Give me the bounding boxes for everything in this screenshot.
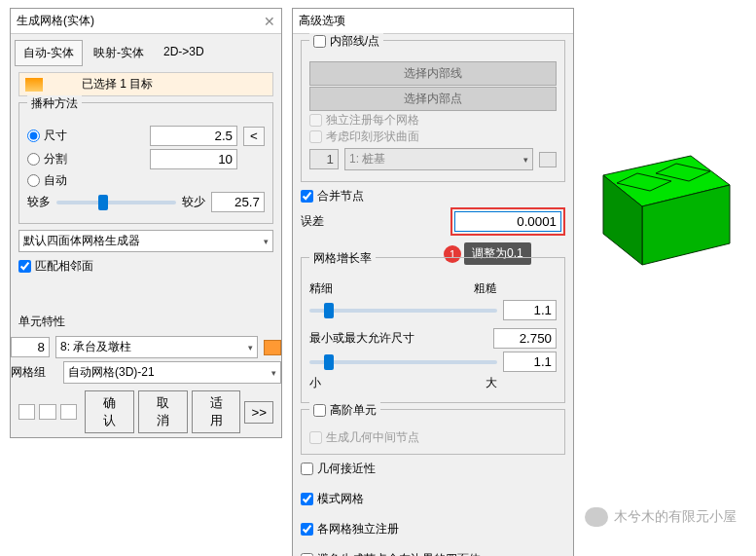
arrow-right-icon <box>25 78 43 92</box>
highorder-fieldset: 高阶单元 生成几何中间节点 <box>301 409 565 455</box>
model-viewport <box>584 117 739 292</box>
error-input[interactable] <box>454 211 561 232</box>
error-highlight <box>450 207 565 236</box>
error-label: 误差 <box>301 213 340 230</box>
unit-select[interactable]: 8: 承台及墩柱▾ <box>55 336 258 358</box>
book-icon[interactable] <box>264 340 281 355</box>
small-label: 小 <box>309 375 321 391</box>
watermark-text: 木兮木的有限元小屋 <box>614 508 737 526</box>
match-checkbox[interactable]: 匹配相邻面 <box>18 258 273 275</box>
division-input[interactable] <box>150 149 237 169</box>
size-input[interactable] <box>150 126 237 146</box>
midnode-checkbox[interactable]: 生成几何中间节点 <box>309 429 557 446</box>
select-inner-point-button[interactable]: 选择内部点 <box>309 87 557 111</box>
mesh-dialog: 生成网格(实体) ✕ 自动-实体 映射-实体 2D->3D 已选择 1 目标 播… <box>10 8 282 438</box>
seed-legend: 播种方法 <box>27 95 82 112</box>
tab-2d-3d[interactable]: 2D->3D <box>155 40 213 66</box>
tab-auto-solid[interactable]: 自动-实体 <box>15 40 83 66</box>
large-label: 大 <box>486 375 497 391</box>
seed-fieldset: 播种方法 尺寸 < 分割 自动 较多 较少 <box>18 102 273 224</box>
wechat-icon <box>585 507 608 527</box>
chevron-down-icon: ▾ <box>271 368 276 378</box>
mesh-indep-checkbox[interactable]: 各网格独立注册 <box>301 521 565 537</box>
growth-input[interactable] <box>503 300 557 320</box>
inner-checkbox[interactable]: 内部线/点 <box>313 33 379 50</box>
expand-button[interactable]: >> <box>244 401 273 424</box>
radio-size[interactable]: 尺寸 <box>27 128 67 144</box>
growth-legend: 网格增长率 <box>309 250 376 267</box>
close-icon[interactable]: ✕ <box>264 14 275 29</box>
titlebar: 高级选项 <box>293 9 573 34</box>
titlebar: 生成网格(实体) ✕ <box>11 9 281 34</box>
set-select: 1: 桩基▾ <box>344 148 533 170</box>
book-icon <box>539 152 557 167</box>
more-label: 较多 <box>27 194 51 210</box>
chevron-down-icon: ▾ <box>264 237 269 246</box>
watermark: 木兮木的有限元小屋 <box>585 507 737 527</box>
unit-row: 单元特性 <box>18 314 273 330</box>
help-icon[interactable] <box>60 404 77 420</box>
growth-fieldset: 网格增长率 精细 粗糙 最小或最大允许尺寸 小 大 <box>301 257 565 403</box>
less-than-button[interactable]: < <box>243 127 265 146</box>
unit-label: 单元特性 <box>18 315 65 328</box>
radio-auto[interactable]: 自动 <box>27 172 67 189</box>
pattern-mesh-checkbox[interactable]: 模式网格 <box>301 491 565 507</box>
tab-map-solid[interactable]: 映射-实体 <box>85 40 153 66</box>
selection-text: 已选择 1 目标 <box>82 76 153 93</box>
geom-prox-checkbox[interactable]: 几何接近性 <box>301 461 565 477</box>
select-inner-line-button[interactable]: 选择内部线 <box>309 61 557 86</box>
tabs: 自动-实体 映射-实体 2D->3D <box>11 34 281 66</box>
generator-select[interactable]: 默认四面体网格生成器▾ <box>18 230 273 252</box>
size-slider[interactable] <box>309 360 497 364</box>
dialog-title: 高级选项 <box>299 13 345 29</box>
indep-reg-checkbox[interactable]: 独立注册每个网格 <box>309 112 557 129</box>
highorder-checkbox[interactable]: 高阶单元 <box>313 402 377 419</box>
group-select[interactable]: 自动网格(3D)-21▾ <box>63 361 281 384</box>
inner-fieldset: 内部线/点 选择内部线 选择内部点 独立注册每个网格 考虑印刻形状曲面 1: 桩… <box>301 40 565 182</box>
chevron-down-icon: ▾ <box>248 343 253 352</box>
less-label: 较少 <box>182 194 205 210</box>
set-num-input <box>309 149 339 169</box>
apply-button[interactable]: 适用 <box>192 390 241 433</box>
chevron-down-icon: ▾ <box>523 155 528 165</box>
auto-slider[interactable] <box>56 201 176 204</box>
merge-checkbox[interactable]: 合并节点 <box>301 188 565 204</box>
radio-division[interactable]: 分割 <box>27 151 67 167</box>
eraser-icon[interactable] <box>39 404 55 420</box>
imprint-checkbox[interactable]: 考虑印刻形状曲面 <box>309 129 557 145</box>
coarse-label: 粗糙 <box>474 280 497 297</box>
group-label: 网格组 <box>11 364 57 381</box>
unit-id-input[interactable] <box>11 337 50 357</box>
advanced-dialog: 高级选项 内部线/点 选择内部线 选择内部点 独立注册每个网格 考虑印刻形状曲面… <box>292 8 574 556</box>
cancel-button[interactable]: 取消 <box>138 390 188 433</box>
selection-bar[interactable]: 已选择 1 目标 <box>18 72 273 96</box>
avoid-boundary-checkbox[interactable]: 避免生成节点全在边界的四面体 <box>301 551 565 556</box>
growth-slider[interactable] <box>309 309 497 313</box>
minmax-label: 最小或最大允许尺寸 <box>309 330 414 347</box>
auto-input[interactable] <box>211 192 265 212</box>
dialog-title: 生成网格(实体) <box>17 13 94 29</box>
solid-box-icon <box>584 117 739 292</box>
preview-icon[interactable] <box>18 404 35 420</box>
fine-label: 精细 <box>309 280 333 297</box>
minmax-input[interactable] <box>493 328 557 349</box>
ok-button[interactable]: 确认 <box>85 390 134 433</box>
size-ratio-input[interactable] <box>503 352 557 372</box>
